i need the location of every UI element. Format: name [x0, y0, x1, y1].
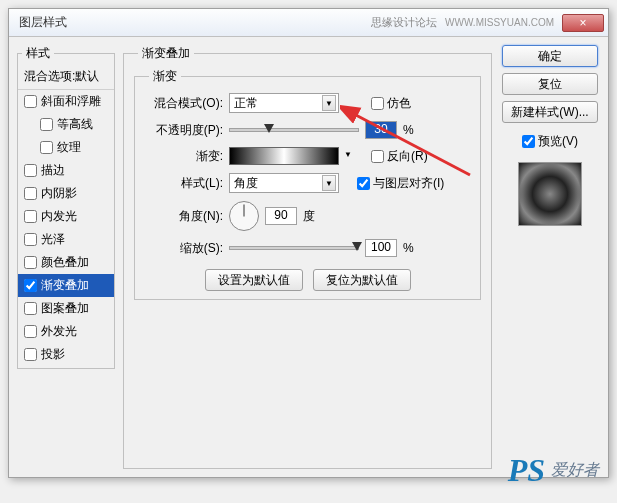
blend-mode-select[interactable]: 正常 ▼: [229, 93, 339, 113]
style-label: 样式(L):: [145, 175, 223, 192]
scale-label: 缩放(S):: [145, 240, 223, 257]
watermark-ps: PS: [508, 452, 545, 489]
style-item-inner-glow[interactable]: 内发光: [18, 205, 114, 228]
dither-checkbox[interactable]: 仿色: [371, 95, 411, 112]
watermark: PS 爱好者: [508, 452, 599, 489]
align-label: 与图层对齐(I): [373, 175, 444, 192]
style-label: 等高线: [57, 116, 93, 133]
gradient-picker[interactable]: ▼: [229, 147, 339, 165]
checkbox[interactable]: [522, 135, 535, 148]
style-label: 内阴影: [41, 185, 77, 202]
cancel-button[interactable]: 复位: [502, 73, 598, 95]
dialog-body: 样式 混合选项:默认 斜面和浮雕 等高线 纹理 描边 内阴影 内发光 光泽 颜色…: [9, 37, 608, 477]
checkbox[interactable]: [24, 325, 37, 338]
checkbox[interactable]: [24, 164, 37, 177]
style-item-texture[interactable]: 纹理: [18, 136, 114, 159]
angle-label: 角度(N):: [145, 208, 223, 225]
checkbox[interactable]: [40, 141, 53, 154]
chevron-down-icon: ▼: [344, 150, 352, 159]
checkbox[interactable]: [24, 210, 37, 223]
blend-options-item[interactable]: 混合选项:默认: [18, 64, 114, 90]
new-style-button[interactable]: 新建样式(W)...: [502, 101, 598, 123]
style-item-color-overlay[interactable]: 颜色叠加: [18, 251, 114, 274]
center-legend: 渐变叠加: [138, 45, 194, 62]
style-item-contour[interactable]: 等高线: [18, 113, 114, 136]
inner-legend: 渐变: [149, 68, 181, 85]
chevron-down-icon: ▼: [322, 175, 336, 191]
reverse-checkbox[interactable]: 反向(R): [371, 148, 428, 165]
style-label: 斜面和浮雕: [41, 93, 101, 110]
style-item-pattern-overlay[interactable]: 图案叠加: [18, 297, 114, 320]
scale-unit: %: [403, 241, 414, 255]
right-panel: 确定 复位 新建样式(W)... 预览(V): [500, 45, 600, 469]
checkbox[interactable]: [24, 187, 37, 200]
slider-thumb[interactable]: [352, 242, 362, 251]
gradient-label: 渐变:: [145, 148, 223, 165]
style-value: 角度: [234, 175, 258, 192]
layer-style-dialog: 图层样式 思缘设计论坛 WWW.MISSYUAN.COM × 样式 混合选项:默…: [8, 8, 609, 478]
styles-legend: 样式: [22, 45, 54, 62]
checkbox[interactable]: [24, 256, 37, 269]
preview-swatch: [518, 162, 582, 226]
checkbox[interactable]: [24, 348, 37, 361]
opacity-label: 不透明度(P):: [145, 122, 223, 139]
preview-checkbox[interactable]: 预览(V): [522, 133, 578, 150]
ok-button[interactable]: 确定: [502, 45, 598, 67]
scale-input[interactable]: 100: [365, 239, 397, 257]
opacity-row: 不透明度(P): 30 %: [145, 121, 470, 139]
style-item-gradient-overlay[interactable]: 渐变叠加: [18, 274, 114, 297]
angle-row: 角度(N): 90 度: [145, 201, 470, 231]
style-label: 外发光: [41, 323, 77, 340]
forum-url: WWW.MISSYUAN.COM: [445, 17, 554, 28]
checkbox[interactable]: [357, 177, 370, 190]
gradient-inner-fieldset: 渐变 混合模式(O): 正常 ▼ 仿色 不透明度(P): 30: [134, 68, 481, 300]
styles-panel: 样式 混合选项:默认 斜面和浮雕 等高线 纹理 描边 内阴影 内发光 光泽 颜色…: [17, 45, 115, 469]
angle-input[interactable]: 90: [265, 207, 297, 225]
center-panel: 渐变叠加 渐变 混合模式(O): 正常 ▼ 仿色 不透明度(P):: [123, 45, 492, 469]
checkbox[interactable]: [24, 233, 37, 246]
checkbox[interactable]: [24, 279, 37, 292]
checkbox[interactable]: [371, 150, 384, 163]
scale-slider[interactable]: [229, 246, 359, 250]
style-label: 纹理: [57, 139, 81, 156]
reverse-label: 反向(R): [387, 148, 428, 165]
style-item-bevel[interactable]: 斜面和浮雕: [18, 90, 114, 113]
checkbox[interactable]: [371, 97, 384, 110]
opacity-slider[interactable]: [229, 128, 359, 132]
style-item-outer-glow[interactable]: 外发光: [18, 320, 114, 343]
opacity-input[interactable]: 30: [365, 121, 397, 139]
slider-thumb[interactable]: [264, 124, 274, 133]
angle-indicator: [244, 205, 245, 217]
checkbox[interactable]: [24, 302, 37, 315]
dither-label: 仿色: [387, 95, 411, 112]
blend-mode-value: 正常: [234, 95, 258, 112]
checkbox[interactable]: [40, 118, 53, 131]
scale-row: 缩放(S): 100 %: [145, 239, 470, 257]
style-item-satin[interactable]: 光泽: [18, 228, 114, 251]
style-label: 内发光: [41, 208, 77, 225]
window-title: 图层样式: [13, 14, 371, 31]
button-row: 设置为默认值 复位为默认值: [145, 269, 470, 291]
opacity-unit: %: [403, 123, 414, 137]
align-checkbox[interactable]: 与图层对齐(I): [357, 175, 444, 192]
style-label: 投影: [41, 346, 65, 363]
chevron-down-icon: ▼: [322, 95, 336, 111]
checkbox[interactable]: [24, 95, 37, 108]
gradient-overlay-fieldset: 渐变叠加 渐变 混合模式(O): 正常 ▼ 仿色 不透明度(P):: [123, 45, 492, 469]
style-select[interactable]: 角度 ▼: [229, 173, 339, 193]
style-item-inner-shadow[interactable]: 内阴影: [18, 182, 114, 205]
style-item-stroke[interactable]: 描边: [18, 159, 114, 182]
blend-mode-label: 混合模式(O):: [145, 95, 223, 112]
style-label: 渐变叠加: [41, 277, 89, 294]
style-label: 颜色叠加: [41, 254, 89, 271]
angle-unit: 度: [303, 208, 315, 225]
style-label: 光泽: [41, 231, 65, 248]
set-default-button[interactable]: 设置为默认值: [205, 269, 303, 291]
blend-mode-row: 混合模式(O): 正常 ▼ 仿色: [145, 93, 470, 113]
styles-fieldset: 样式 混合选项:默认 斜面和浮雕 等高线 纹理 描边 内阴影 内发光 光泽 颜色…: [17, 45, 115, 369]
angle-dial[interactable]: [229, 201, 259, 231]
close-button[interactable]: ×: [562, 14, 604, 32]
style-item-drop-shadow[interactable]: 投影: [18, 343, 114, 366]
style-label: 描边: [41, 162, 65, 179]
reset-default-button[interactable]: 复位为默认值: [313, 269, 411, 291]
